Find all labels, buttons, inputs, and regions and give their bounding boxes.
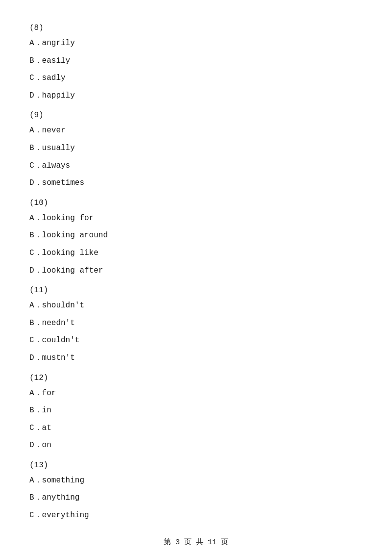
question-number-13: (13) [29, 461, 363, 470]
option-q13-1[interactable]: B．anything [29, 492, 363, 505]
option-q11-3[interactable]: D．mustn't [29, 352, 363, 365]
page-content: (8)A．angrilyB．easilyC．sadlyD．happily(9)A… [0, 0, 392, 555]
option-q10-1[interactable]: B．looking around [29, 229, 363, 242]
option-q9-0[interactable]: A．never [29, 125, 363, 137]
option-q13-0[interactable]: A．something [29, 475, 363, 487]
option-q8-1[interactable]: B．easily [29, 55, 363, 68]
option-q8-2[interactable]: C．sadly [29, 72, 363, 85]
option-q10-3[interactable]: D．looking after [29, 265, 363, 278]
option-q9-3[interactable]: D．sometimes [29, 177, 363, 190]
question-number-12: (12) [29, 374, 363, 382]
option-q9-1[interactable]: B．usually [29, 142, 363, 155]
option-q11-2[interactable]: C．couldn't [29, 334, 363, 347]
option-q10-0[interactable]: A．looking for [29, 212, 363, 225]
option-q8-0[interactable]: A．angrily [29, 37, 363, 50]
question-number-8: (8) [29, 24, 363, 32]
option-q11-1[interactable]: B．needn't [29, 317, 363, 330]
question-number-11: (11) [29, 286, 363, 295]
page-footer: 第 3 页 共 11 页 [0, 537, 392, 547]
option-q8-3[interactable]: D．happily [29, 90, 363, 102]
option-q9-2[interactable]: C．always [29, 160, 363, 173]
option-q12-3[interactable]: D．on [29, 439, 363, 452]
option-q11-0[interactable]: A．shouldn't [29, 300, 363, 312]
question-number-9: (9) [29, 111, 363, 120]
option-q12-0[interactable]: A．for [29, 387, 363, 400]
question-number-10: (10) [29, 199, 363, 207]
option-q10-2[interactable]: C．looking like [29, 247, 363, 260]
option-q12-1[interactable]: B．in [29, 404, 363, 417]
option-q13-2[interactable]: C．everything [29, 509, 363, 522]
option-q12-2[interactable]: C．at [29, 422, 363, 435]
